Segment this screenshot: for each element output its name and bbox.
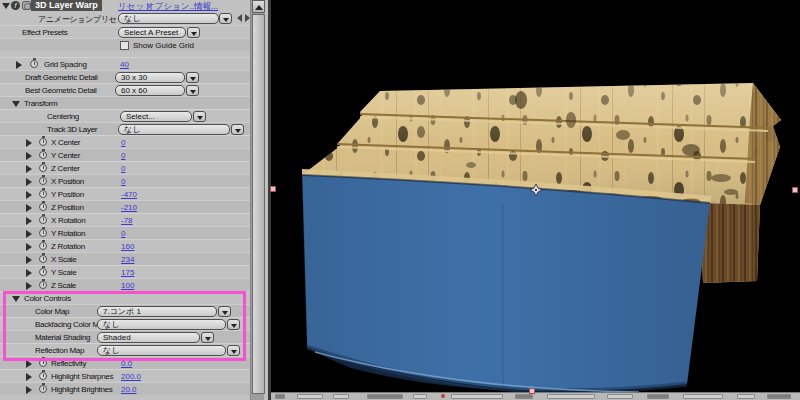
property-label-x-scale: X Scale bbox=[51, 255, 76, 264]
dropdown-reflection-map[interactable]: なし bbox=[97, 345, 226, 356]
twirl-icon[interactable] bbox=[26, 178, 32, 186]
dropdown-button-track-3d-layer[interactable] bbox=[231, 124, 244, 135]
dropdown-button-color-map[interactable] bbox=[218, 306, 231, 317]
dropdown-best-geometric-detail[interactable]: 60 x 60 bbox=[115, 85, 185, 96]
dropdown-button-reflection-map[interactable] bbox=[227, 345, 240, 356]
toolbar-widget[interactable] bbox=[647, 394, 669, 399]
twirl-icon[interactable] bbox=[26, 373, 32, 381]
twirl-icon[interactable] bbox=[26, 204, 32, 212]
twirl-icon[interactable] bbox=[26, 282, 32, 290]
twirl-icon[interactable] bbox=[16, 61, 22, 69]
value-z-position[interactable]: -210 bbox=[121, 203, 137, 212]
toolbar-widget[interactable] bbox=[297, 394, 323, 399]
panel-scrollbar[interactable] bbox=[250, 0, 264, 400]
dropdown-button-backfacing-color-map[interactable] bbox=[227, 319, 240, 330]
twirl-icon[interactable] bbox=[26, 139, 32, 147]
layer-handle-bottom[interactable] bbox=[529, 388, 535, 394]
property-rows: Effect PresetsSelect A PresetShow Guide … bbox=[0, 0, 250, 400]
twirl-icon[interactable] bbox=[12, 101, 20, 107]
stopwatch-icon[interactable] bbox=[39, 229, 47, 237]
toolbar-widget[interactable] bbox=[333, 394, 349, 399]
value-y-rotation[interactable]: 0 bbox=[121, 229, 125, 238]
property-label-color-map: Color Map bbox=[35, 307, 69, 316]
twirl-icon[interactable] bbox=[26, 386, 32, 394]
property-label-highlight-sharpnes: Highlight Sharpnes bbox=[51, 372, 113, 381]
toolbar-widget[interactable] bbox=[737, 394, 755, 399]
value-z-rotation[interactable]: 160 bbox=[121, 242, 134, 251]
value-reflectivity[interactable]: 0.0 bbox=[121, 359, 132, 368]
layer-handle-right[interactable] bbox=[792, 187, 798, 193]
stopwatch-icon[interactable] bbox=[39, 268, 47, 276]
dropdown-button-material-shading[interactable] bbox=[201, 332, 214, 343]
scrollbar-thumb[interactable] bbox=[252, 14, 265, 394]
toolbar-widget[interactable] bbox=[767, 394, 791, 399]
dropdown-button-best-geometric-detail[interactable] bbox=[186, 85, 199, 96]
stopwatch-icon[interactable] bbox=[39, 255, 47, 263]
value-x-center[interactable]: 0 bbox=[121, 138, 125, 147]
twirl-icon[interactable] bbox=[26, 191, 32, 199]
twirl-icon[interactable] bbox=[26, 152, 32, 160]
stopwatch-icon[interactable] bbox=[39, 372, 47, 380]
stopwatch-icon[interactable] bbox=[39, 242, 47, 250]
toolbar-widget[interactable] bbox=[413, 394, 427, 399]
stopwatch-icon[interactable] bbox=[39, 203, 47, 211]
toolbar-widget[interactable] bbox=[607, 394, 633, 399]
stopwatch-icon[interactable] bbox=[39, 359, 47, 367]
twirl-icon[interactable] bbox=[12, 296, 20, 302]
dropdown-track-3d-layer[interactable]: なし bbox=[118, 124, 230, 135]
dropdown-draft-geometric-detail[interactable]: 30 x 30 bbox=[115, 72, 185, 83]
stopwatch-icon[interactable] bbox=[30, 60, 38, 68]
toolbar-widget[interactable] bbox=[547, 394, 595, 399]
layer-handle-left[interactable] bbox=[270, 186, 276, 192]
value-z-scale[interactable]: 100 bbox=[121, 281, 134, 290]
twirl-icon[interactable] bbox=[26, 360, 32, 368]
twirl-icon[interactable] bbox=[26, 217, 32, 225]
twirl-icon[interactable] bbox=[26, 165, 32, 173]
value-x-rotation[interactable]: -78 bbox=[121, 216, 133, 225]
twirl-icon[interactable] bbox=[26, 256, 32, 264]
row-x-rotation: X Rotation-78 bbox=[0, 213, 250, 226]
property-label-y-center: Y Center bbox=[51, 151, 80, 160]
twirl-icon[interactable] bbox=[26, 269, 32, 277]
value-y-scale[interactable]: 175 bbox=[121, 268, 134, 277]
property-label-reflection-map: Reflection Map bbox=[35, 346, 84, 355]
stopwatch-icon[interactable] bbox=[39, 281, 47, 289]
dropdown-button-effect-presets[interactable] bbox=[187, 27, 200, 38]
stopwatch-icon[interactable] bbox=[39, 164, 47, 172]
dropdown-effect-presets[interactable]: Select A Preset bbox=[118, 27, 186, 38]
wall-mesh[interactable] bbox=[302, 175, 710, 392]
value-highlight-sharpnes[interactable]: 200.0 bbox=[121, 372, 141, 381]
value-x-scale[interactable]: 234 bbox=[121, 255, 134, 264]
value-highlight-brightnes[interactable]: 20.0 bbox=[121, 385, 137, 394]
value-x-position[interactable]: 0 bbox=[121, 177, 125, 186]
toolbar-widget[interactable] bbox=[275, 394, 285, 399]
row-track-3d-layer: Track 3D Layerなし bbox=[0, 122, 250, 135]
stopwatch-icon[interactable] bbox=[39, 216, 47, 224]
toolbar-widget[interactable] bbox=[367, 394, 403, 399]
row-centering: CenteringSelect... bbox=[0, 109, 250, 122]
dropdown-button-centering[interactable] bbox=[193, 111, 206, 122]
value-y-position[interactable]: -470 bbox=[121, 190, 137, 199]
toolbar-widget[interactable] bbox=[451, 394, 503, 399]
stopwatch-icon[interactable] bbox=[39, 138, 47, 146]
scrollbar-up-arrow-icon[interactable] bbox=[252, 0, 265, 13]
stopwatch-icon[interactable] bbox=[39, 190, 47, 198]
checkbox-show-guide-grid[interactable] bbox=[120, 41, 129, 50]
stopwatch-icon[interactable] bbox=[39, 177, 47, 185]
twirl-icon[interactable] bbox=[26, 230, 32, 238]
dropdown-centering[interactable]: Select... bbox=[120, 111, 192, 122]
dropdown-color-map[interactable]: 7.コンポ 1 bbox=[97, 306, 217, 317]
dropdown-backfacing-color-map[interactable]: なし bbox=[97, 319, 226, 330]
toolbar-widget[interactable] bbox=[683, 394, 723, 399]
stopwatch-icon[interactable] bbox=[39, 151, 47, 159]
toolbar-widget[interactable] bbox=[515, 394, 533, 399]
value-z-center[interactable]: 0 bbox=[121, 164, 125, 173]
value-y-center[interactable]: 0 bbox=[121, 151, 125, 160]
property-label-z-position: Z Position bbox=[51, 203, 84, 212]
twirl-icon[interactable] bbox=[26, 243, 32, 251]
value-grid-spacing[interactable]: 40 bbox=[120, 60, 129, 69]
composition-viewport[interactable] bbox=[271, 0, 800, 400]
dropdown-material-shading[interactable]: Shaded bbox=[97, 332, 200, 343]
dropdown-button-draft-geometric-detail[interactable] bbox=[186, 72, 199, 83]
stopwatch-icon[interactable] bbox=[39, 385, 47, 393]
